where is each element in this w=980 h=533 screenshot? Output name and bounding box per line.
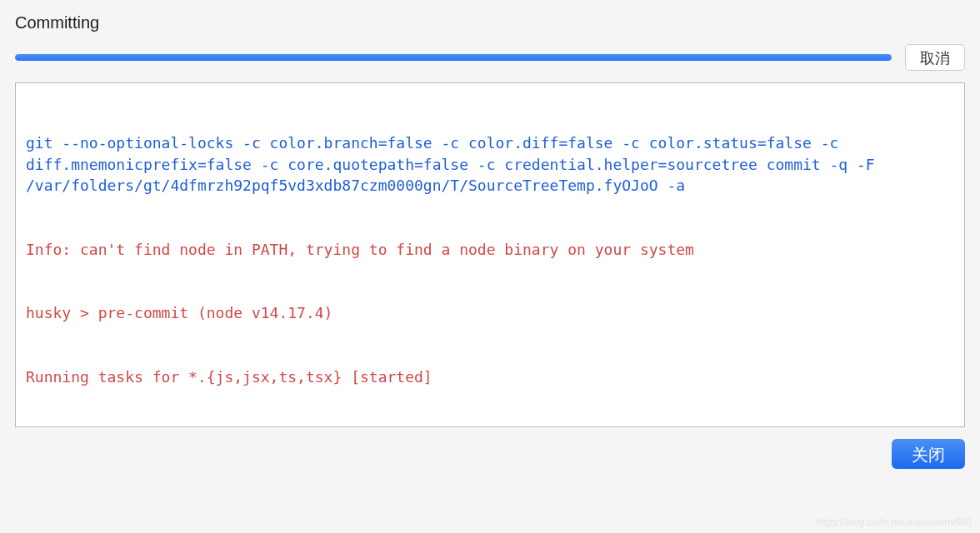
console-command: git --no-optional-locks -c color.branch=… xyxy=(26,132,954,197)
cancel-button[interactable]: 取消 xyxy=(905,44,965,71)
dialog-header: Committing xyxy=(15,13,965,32)
console-output[interactable]: git --no-optional-locks -c color.branch=… xyxy=(15,82,965,427)
console-output-line: Info: can't find node in PATH, trying to… xyxy=(26,239,954,261)
console-output-line: husky > pre-commit (node v14.17.4) xyxy=(26,302,954,324)
dialog-title: Committing xyxy=(15,13,99,32)
watermark: https://blog.csdn.net/xiaoxiannv666 xyxy=(816,516,972,528)
dialog-footer: 关闭 xyxy=(15,439,965,469)
progress-row: 取消 xyxy=(15,44,965,71)
console-output-line: Running tasks for *.{js,jsx,ts,tsx} [sta… xyxy=(26,366,954,388)
progress-bar-fill xyxy=(15,54,892,61)
progress-bar xyxy=(15,54,892,61)
close-button[interactable]: 关闭 xyxy=(892,439,965,469)
